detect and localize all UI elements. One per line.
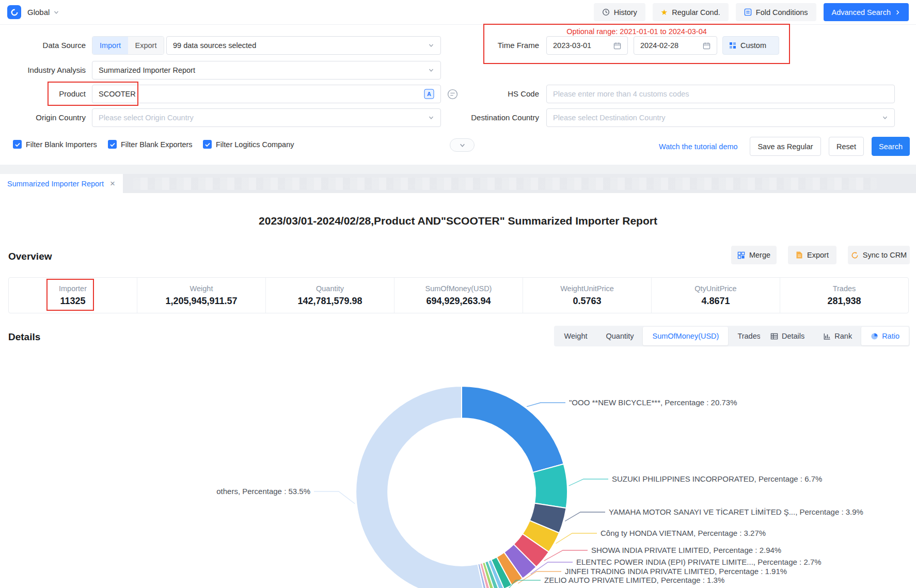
export-file-icon bbox=[796, 251, 803, 259]
slice-label: ZELIO AUTO PRIVATE LIMITED, Percentage :… bbox=[544, 576, 724, 584]
export-button[interactable]: Export bbox=[788, 246, 836, 264]
merge-icon bbox=[737, 251, 745, 259]
tab-summarized-importer-report[interactable]: Summarized Importer Report × bbox=[0, 174, 123, 193]
tab-quantity[interactable]: Quantity bbox=[596, 327, 643, 345]
region-selector[interactable]: Global bbox=[27, 8, 59, 17]
view-tabs: Details Rank Ratio bbox=[760, 326, 910, 346]
stat-quantity: Quantity142,781,579.98 bbox=[266, 278, 394, 313]
label-line bbox=[565, 512, 605, 521]
calendar-icon bbox=[703, 42, 710, 50]
product-input[interactable]: SCOOTER A bbox=[92, 85, 441, 103]
pie-chart-icon bbox=[871, 332, 878, 340]
filter-label: Filter Blank Exporters bbox=[121, 140, 193, 149]
history-button[interactable]: History bbox=[594, 3, 645, 21]
date-start-input[interactable]: 2023-03-01 bbox=[546, 36, 628, 55]
fold-conditions-icon bbox=[744, 8, 752, 16]
advanced-search-button[interactable]: Advanced Search bbox=[824, 3, 909, 21]
stat-value: 0.5763 bbox=[573, 296, 601, 307]
tab-rank-view[interactable]: Rank bbox=[814, 327, 861, 345]
stat-value: 11325 bbox=[60, 296, 85, 307]
details-heading: Details bbox=[8, 331, 40, 343]
separator-band bbox=[0, 165, 916, 174]
close-icon[interactable]: × bbox=[110, 179, 115, 188]
stat-sum-of-money: SumOfMoney(USD)694,929,263.94 bbox=[394, 278, 523, 313]
overview-heading: Overview bbox=[8, 251, 52, 262]
time-frame-label: Time Frame bbox=[456, 36, 539, 55]
export-toggle[interactable]: Export bbox=[128, 37, 164, 54]
translate-icon[interactable]: A bbox=[424, 89, 434, 99]
star-icon: ★ bbox=[661, 8, 668, 16]
history-icon bbox=[602, 8, 610, 16]
hs-code-label: HS Code bbox=[456, 85, 539, 103]
hs-code-input[interactable]: Please enter more than 4 customs codes bbox=[546, 85, 895, 103]
filter-blank-exporters-checkbox[interactable]: Filter Blank Exporters bbox=[108, 140, 193, 149]
collapse-conditions-button[interactable] bbox=[450, 138, 475, 152]
tab-sum-of-money[interactable]: SumOfMoney(USD) bbox=[643, 327, 728, 345]
stat-label: QtyUnitPrice bbox=[694, 284, 736, 293]
chevron-down-icon bbox=[882, 115, 888, 121]
reset-button[interactable]: Reset bbox=[829, 137, 864, 156]
stat-label: Weight bbox=[190, 284, 213, 293]
filter-logistics-company-checkbox[interactable]: Filter Logitics Company bbox=[203, 140, 294, 149]
blurred-content bbox=[133, 178, 877, 190]
slice-label: JINFEI TRADING INDIA PRIVATE LIMITED, Pe… bbox=[565, 567, 787, 576]
rank-bars-icon bbox=[823, 332, 831, 340]
custom-grid-icon bbox=[729, 42, 736, 49]
date-end-input[interactable]: 2024-02-28 bbox=[634, 36, 717, 55]
label-line bbox=[556, 533, 597, 544]
slice-label: others, Percentage : 53.5% bbox=[216, 487, 310, 496]
pie-slice[interactable] bbox=[462, 386, 564, 472]
tutorial-demo-link[interactable]: Watch the tutorial demo bbox=[659, 142, 738, 151]
chevron-down-icon bbox=[428, 115, 434, 121]
label-line bbox=[527, 403, 565, 407]
tab-ratio-label: Ratio bbox=[882, 332, 899, 340]
logo-glyph bbox=[10, 8, 19, 17]
import-toggle[interactable]: Import bbox=[92, 37, 128, 54]
chevron-right-icon bbox=[895, 9, 901, 15]
slice-label: SHOWA INDIA PRIVATE LIMITED, Percentage … bbox=[591, 546, 781, 554]
report-title: 2023/03/01-2024/02/28,Product AND"SCOOTE… bbox=[0, 215, 916, 227]
save-as-regular-button[interactable]: Save as Regular bbox=[750, 137, 821, 156]
export-label: Export bbox=[807, 251, 829, 259]
fold-conditions-label: Fold Conditions bbox=[756, 8, 808, 17]
slice-label: ELENTEC POWER INDIA (EPI) PRIVATE LIMITE… bbox=[576, 558, 822, 566]
destination-country-select[interactable]: Please select Destination Country bbox=[546, 108, 895, 127]
filter-blank-importers-checkbox[interactable]: Filter Blank Importers bbox=[13, 140, 97, 149]
data-sources-select[interactable]: 99 data sources selected bbox=[166, 36, 441, 55]
slice-label: Công ty HONDA VIETNAM, Percentage : 3.27… bbox=[601, 529, 766, 537]
origin-country-label: Origin Country bbox=[3, 108, 86, 127]
custom-range-button[interactable]: Custom bbox=[722, 36, 779, 55]
destination-country-label: Destination Country bbox=[456, 108, 539, 127]
slice-label: YAMAHA MOTOR SANAYI VE TİCARET LİMİTED Ş… bbox=[609, 507, 863, 516]
fold-conditions-button[interactable]: Fold Conditions bbox=[736, 3, 816, 21]
tab-details-view[interactable]: Details bbox=[761, 327, 814, 345]
merge-button[interactable]: Merge bbox=[731, 246, 777, 264]
regular-cond-button[interactable]: ★ Regular Cond. bbox=[653, 3, 729, 21]
label-line bbox=[569, 479, 608, 486]
origin-country-select[interactable]: Please select Origin Country bbox=[92, 108, 441, 127]
stat-label: Trades bbox=[833, 284, 856, 293]
stat-weight: Weight1,205,945,911.57 bbox=[137, 278, 266, 313]
sync-icon bbox=[851, 251, 859, 259]
tab-ratio-view[interactable]: Ratio bbox=[861, 327, 909, 345]
date-start-value: 2023-03-01 bbox=[553, 41, 591, 50]
stat-value: 281,938 bbox=[827, 296, 861, 307]
overview-stats-card: Importer11325 Weight1,205,945,911.57 Qua… bbox=[8, 277, 909, 313]
label-line bbox=[314, 491, 355, 504]
region-label: Global bbox=[27, 8, 50, 17]
data-source-label: Data Source bbox=[3, 36, 86, 55]
stat-label: SumOfMoney(USD) bbox=[425, 284, 492, 293]
svg-text:A: A bbox=[427, 91, 431, 97]
regular-cond-label: Regular Cond. bbox=[672, 8, 720, 17]
search-button[interactable]: Search bbox=[872, 137, 910, 156]
slice-label: SUZUKI PHILIPPINES INCORPORATED, Percent… bbox=[612, 474, 822, 483]
industry-analysis-select[interactable]: Summarized Importer Report bbox=[92, 61, 441, 80]
sync-to-crm-button[interactable]: Sync to CRM bbox=[848, 246, 910, 264]
tab-weight[interactable]: Weight bbox=[555, 327, 597, 345]
product-label: Product bbox=[3, 85, 86, 103]
importer-ratio-donut-chart: "OOO **NEW BICYCLE***, Percentage : 20.7… bbox=[0, 361, 916, 588]
app-logo-icon[interactable] bbox=[7, 5, 21, 19]
pie-slice[interactable] bbox=[533, 464, 567, 508]
chevron-down-icon bbox=[428, 67, 434, 73]
tab-rank-label: Rank bbox=[834, 332, 852, 340]
